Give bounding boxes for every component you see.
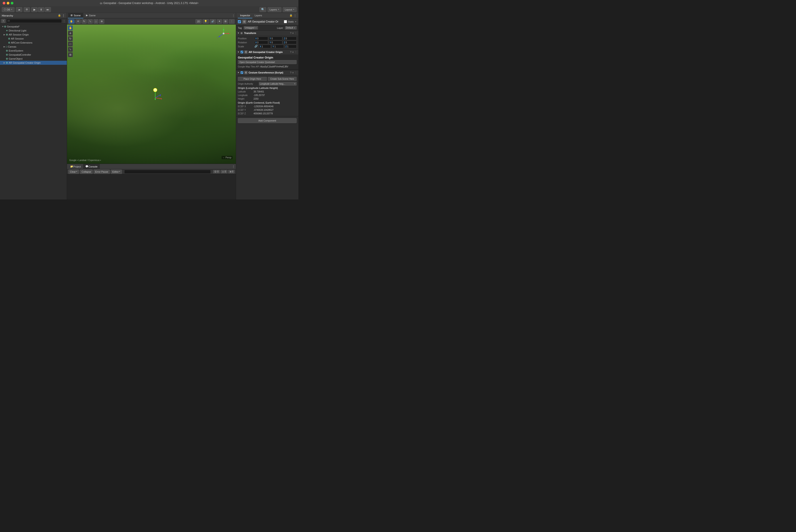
scale-y-field[interactable]: Y 1 <box>271 45 284 48</box>
scale-z-field[interactable]: Z 1 <box>285 45 297 48</box>
rotation-x-field[interactable]: X 0 <box>254 41 268 44</box>
search-button[interactable]: 🔍 <box>260 7 266 12</box>
scene-tool-scale[interactable]: ⤡ <box>88 19 93 24</box>
cesium-help-icon[interactable]: ? <box>290 71 291 74</box>
scene-view-options[interactable]: ⋮ <box>229 19 234 24</box>
ar-more-icon[interactable]: ⋮ <box>295 51 297 54</box>
object-active-checkbox[interactable] <box>238 20 241 23</box>
hierarchy-item-gameobject[interactable]: ⚙ GameObject <box>0 57 67 61</box>
scene-gizmos-btn[interactable]: ⊞ <box>223 19 228 24</box>
inspector-lock-icon[interactable]: 🔒 <box>289 14 292 17</box>
inspector-more-icon[interactable]: ⋮ <box>293 14 297 17</box>
scene-tool-translate[interactable]: ✛ <box>75 19 81 24</box>
scene-scale-tool[interactable]: ⤡ <box>68 47 73 52</box>
hierarchy-item-ar-geospatial-origin[interactable]: ▶ ⚙ AR Geospatial Creator Origin <box>0 61 67 65</box>
scene-tool-move[interactable]: ✋ <box>68 19 75 24</box>
play-button[interactable]: ▶ <box>31 7 38 12</box>
error-pause-button[interactable]: Error Pause <box>94 170 110 174</box>
hierarchy-add-button[interactable]: + <box>1 19 5 23</box>
rotation-values: X 0 Y 0 Z 0 <box>254 41 297 44</box>
open-quickstart-button[interactable]: Open Geospatial Creator Quickstart <box>238 60 297 64</box>
scene-tool-transform[interactable]: ⊕ <box>99 19 104 24</box>
transform-help-icon[interactable]: ? <box>290 32 291 35</box>
scene-object-gizmo <box>146 84 164 102</box>
tab-layers[interactable]: Layers <box>252 13 264 18</box>
hierarchy-item-canvas[interactable]: ▶ □ Canvas <box>0 45 67 49</box>
cesium-component-header[interactable]: ▼ ⚙ Cesium Georeference (Script) ? ≡ ⋮ <box>236 70 298 75</box>
transform-component-header[interactable]: ▼ ⊞ Transform ? ≡ ⋮ <box>236 31 298 36</box>
hierarchy-item-eventsystem[interactable]: ⚙ EventSystem <box>0 49 67 53</box>
scene-move-tool[interactable]: ✛ <box>68 31 73 36</box>
tab-game[interactable]: ▶ Game <box>83 13 98 18</box>
add-component-button[interactable]: Add Component <box>238 118 297 123</box>
create-subscene-button[interactable]: Create Sub-Scene Here <box>268 77 297 81</box>
cesium-more-icon[interactable]: ⋮ <box>295 71 297 74</box>
scene-tab-options[interactable]: ⋮ <box>232 14 235 17</box>
ar-component-header[interactable]: ▼ ⚙ AR Geospatial Creator Origin ? ≡ ⋮ <box>236 50 298 55</box>
editor-button[interactable]: Editor ▼ <box>111 170 122 174</box>
cesium-settings-icon[interactable]: ≡ <box>292 71 294 74</box>
position-x-field[interactable]: X 0 <box>254 37 268 40</box>
cloud-button[interactable]: ☁ <box>16 7 22 12</box>
hierarchy-item-ar-session[interactable]: ⚙ AR Session <box>0 37 67 41</box>
hierarchy-lock-icon[interactable]: 🔒 <box>58 14 61 17</box>
ar-session-icon: ⚙ <box>8 37 10 40</box>
scene-persp-btn[interactable]: 2D <box>195 19 202 24</box>
collapse-button[interactable]: Collapse <box>80 170 93 174</box>
scene-more-icon[interactable]: ⋮ <box>232 14 235 17</box>
minimize-button[interactable] <box>7 2 10 4</box>
settings-button[interactable]: ⚙ <box>24 7 30 12</box>
step-button[interactable]: ⏭ <box>45 7 51 12</box>
scale-x-field[interactable]: X 1 <box>259 45 271 48</box>
bottom-tab-options[interactable]: ⋮ <box>232 165 235 168</box>
clear-button[interactable]: Clear ▼ <box>68 170 79 174</box>
scene-lighting-btn[interactable]: 💡 <box>203 19 209 24</box>
origin-authority-select[interactable]: Longitude Latitude Heig... ▼ <box>259 82 297 86</box>
db-button[interactable]: ⬡ DB ▼ <box>2 7 15 12</box>
ar-component-checkbox[interactable] <box>241 51 243 53</box>
rotation-z-field[interactable]: Z 0 <box>283 41 297 44</box>
scene-rotate-tool[interactable]: ↻ <box>68 36 73 41</box>
hierarchy-item-arcore-extensions[interactable]: ⚙ ARCore Extensions <box>0 41 67 45</box>
layers-button[interactable]: Layers ▼ <box>268 7 281 12</box>
position-z-field[interactable]: Z 0 <box>283 37 297 40</box>
hierarchy-item-geospatial[interactable]: ▼ ⚙ Geospatial* <box>0 24 67 28</box>
console-search-input[interactable] <box>124 170 211 174</box>
maximize-button[interactable] <box>11 2 13 4</box>
hierarchy-search-input[interactable]: All <box>6 19 62 23</box>
scene-audio-btn[interactable]: 🔊 <box>210 19 216 24</box>
scene-hand-tool[interactable]: ✋ <box>68 25 73 31</box>
tab-inspector[interactable]: Inspector <box>238 13 252 18</box>
scene-extra-tool[interactable]: ⊞ <box>68 52 73 57</box>
hierarchy-item-directional-light[interactable]: ☀ Directional Light <box>0 28 67 33</box>
layer-select[interactable]: Default ▼ <box>285 26 297 30</box>
close-button[interactable] <box>3 2 5 4</box>
hierarchy-item-geospatialcontroller[interactable]: ⚙ GeospatialController <box>0 53 67 57</box>
pause-button[interactable]: ⏸ <box>38 7 44 12</box>
ar-settings-icon[interactable]: ≡ <box>292 51 294 54</box>
transform-settings-icon[interactable]: ≡ <box>292 32 294 35</box>
scene-tool-rotate[interactable]: ↻ <box>81 19 87 24</box>
position-y-field[interactable]: Y 0 <box>269 37 282 40</box>
scene-rect-tool[interactable]: □ <box>68 41 73 46</box>
hierarchy-item-ar-session-origin[interactable]: ▶ ⚙ AR Session Origin <box>0 33 67 37</box>
hierarchy-options-icon[interactable]: ⋮ <box>63 19 65 22</box>
transform-more-icon[interactable]: ⋮ <box>295 32 297 35</box>
object-name: AR Geospatial Creator Or <box>248 20 278 23</box>
ar-help-icon[interactable]: ? <box>290 51 291 54</box>
bottom-more-icon[interactable]: ⋮ <box>232 165 235 168</box>
scene-view[interactable]: ✋ ✛ ↻ □ ⤡ ⊞ X <box>67 24 236 164</box>
static-checkbox[interactable] <box>284 20 287 23</box>
scene-tool-rect[interactable]: □ <box>94 19 98 24</box>
place-origin-button[interactable]: Place Origin Here <box>238 77 267 81</box>
scene-fx-btn[interactable]: ✦ <box>217 19 222 24</box>
tab-console[interactable]: 💬 Console <box>83 164 100 169</box>
layout-button[interactable]: Layout ▼ <box>283 7 297 12</box>
rotation-y-field[interactable]: Y 0 <box>269 41 282 44</box>
cesium-checkbox[interactable] <box>241 71 243 74</box>
tab-project[interactable]: 📁 Project <box>68 164 83 169</box>
tab-scene[interactable]: ⊞ Scene <box>68 13 83 18</box>
scene-gizmo[interactable]: X Y Z <box>217 27 230 40</box>
tag-select[interactable]: Untagged ▼ <box>244 26 258 30</box>
hierarchy-more-icon[interactable]: ⋮ <box>62 14 65 17</box>
